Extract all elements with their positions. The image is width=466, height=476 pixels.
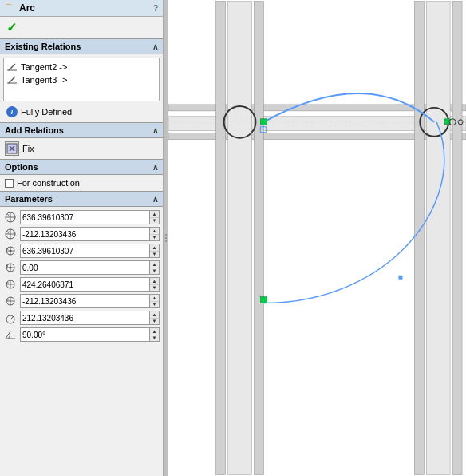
existing-relations-header[interactable]: Existing Relations ∧ [0, 38, 163, 54]
param-cx3-spin-up[interactable]: ▲ [150, 278, 159, 285]
param-row-angle: ▲ ▼ [3, 327, 160, 342]
options-label: Options [5, 162, 38, 172]
svg-text:x: x [7, 212, 10, 217]
parameters-body: x ▲ ▼ y [0, 207, 163, 347]
for-construction-row[interactable]: For construction [5, 178, 158, 188]
param-cx3-spinner[interactable]: ▲ ▼ [150, 277, 160, 292]
add-relations-collapse-icon[interactable]: ∧ [152, 126, 158, 135]
svg-rect-44 [414, 2, 424, 475]
param-angle-spinner[interactable]: ▲ ▼ [150, 327, 160, 342]
svg-rect-41 [216, 2, 226, 475]
svg-rect-46 [452, 2, 462, 475]
param-radius-spin-down[interactable]: ▼ [150, 319, 159, 325]
fix-item[interactable]: Fix [5, 141, 158, 156]
for-construction-checkbox[interactable] [5, 179, 14, 188]
add-relations-label: Add Relations [5, 125, 64, 135]
param-cy-input[interactable] [20, 227, 150, 241]
tangent2-icon [6, 61, 18, 73]
parameters-header[interactable]: Parameters ∧ [0, 191, 163, 207]
param-cx-spin-up[interactable]: ▲ [150, 211, 159, 218]
param-cy-input-wrap: ▲ ▼ [20, 227, 160, 241]
options-collapse-icon[interactable]: ∧ [152, 163, 158, 172]
existing-relations-body: Tangent2 -> Tangent3 -> i Fully Defined [0, 54, 163, 122]
parameters-collapse-icon[interactable]: ∧ [152, 195, 158, 204]
param-cx-icon: x [3, 210, 18, 224]
param-cy2-spin-down[interactable]: ▼ [150, 268, 159, 275]
param-radius-icon [3, 311, 18, 325]
info-icon: i [6, 106, 18, 117]
param-cx2-input[interactable] [20, 244, 150, 258]
param-cy-spinner[interactable]: ▲ ▼ [150, 227, 160, 241]
tangent3-icon [6, 74, 18, 85]
svg-rect-42 [228, 2, 252, 475]
svg-point-24 [10, 267, 12, 269]
param-cx2-input-wrap: ▲ ▼ [20, 244, 160, 258]
param-cy2-icon: y [3, 260, 18, 275]
param-cy-spin-down[interactable]: ▼ [150, 235, 159, 241]
param-cy2-spin-up[interactable]: ▲ [150, 261, 159, 268]
options-body: For construction [0, 175, 163, 191]
param-cx-spin-down[interactable]: ▼ [150, 218, 159, 224]
param-row-radius: ▲ ▼ [3, 311, 160, 325]
param-cy2-input-wrap: ▲ ▼ [20, 260, 160, 275]
existing-relations-collapse-icon[interactable]: ∧ [152, 42, 158, 51]
param-cx-input[interactable] [20, 210, 150, 224]
help-icon[interactable]: ? [153, 3, 158, 13]
param-row-cy2: y ▲ ▼ [3, 260, 160, 275]
param-angle-spin-up[interactable]: ▲ [150, 328, 159, 335]
param-angle-input[interactable] [20, 327, 150, 342]
param-cy3-input-wrap: ▲ ▼ [20, 294, 160, 308]
add-relations-header[interactable]: Add Relations ∧ [0, 122, 163, 138]
svg-rect-43 [254, 2, 263, 475]
fully-defined-text: Fully Defined [21, 107, 72, 117]
param-cy3-spin-up[interactable]: ▲ [150, 295, 159, 302]
param-cx3-spin-down[interactable]: ▼ [150, 285, 159, 292]
param-cy2-input[interactable] [20, 260, 150, 275]
title-bar-left: ⌒ Arc [5, 2, 35, 14]
param-cx-input-wrap: ▲ ▼ [20, 210, 160, 224]
param-cx2-spin-down[interactable]: ▼ [150, 252, 159, 258]
param-cx2-icon: x [3, 244, 18, 258]
param-cx3-input-wrap: ▲ ▼ [20, 277, 160, 292]
svg-point-19 [10, 250, 12, 252]
canvas-area [168, 0, 466, 476]
param-row-cx3: cx ▲ ▼ [3, 277, 160, 292]
param-cy-spin-up[interactable]: ▲ [150, 228, 159, 235]
parameters-label: Parameters [5, 194, 53, 204]
param-radius-spinner[interactable]: ▲ ▼ [150, 311, 160, 325]
fully-defined-row: i Fully Defined [3, 105, 160, 119]
param-cy3-spin-down[interactable]: ▼ [150, 302, 159, 308]
param-cy3-input[interactable] [20, 294, 150, 308]
param-cy2-spinner[interactable]: ▲ ▼ [150, 260, 160, 275]
param-radius-spin-up[interactable]: ▲ [150, 311, 159, 319]
param-cy3-spinner[interactable]: ▲ ▼ [150, 294, 160, 308]
confirm-check-icon[interactable]: ✓ [6, 21, 17, 34]
svg-line-0 [9, 64, 15, 70]
param-cx3-input[interactable] [20, 277, 150, 292]
param-cx2-spinner[interactable]: ▲ ▼ [150, 244, 160, 258]
window-title: Arc [19, 2, 35, 14]
relations-list: Tangent2 -> Tangent3 -> [3, 58, 160, 101]
param-radius-input[interactable] [20, 311, 150, 325]
canvas-svg [168, 0, 466, 476]
param-row-cy3: cy ▲ ▼ [3, 294, 160, 308]
arc-icon: ⌒ [5, 2, 16, 14]
fix-icon [5, 141, 19, 156]
list-item: Tangent2 -> [6, 61, 156, 73]
svg-rect-55 [398, 276, 402, 280]
fix-label: Fix [22, 144, 34, 153]
param-radius-input-wrap: ▲ ▼ [20, 311, 160, 325]
tangent2-label: Tangent2 -> [21, 62, 67, 72]
param-angle-spin-down[interactable]: ▼ [150, 335, 159, 342]
param-cx2-spin-up[interactable]: ▲ [150, 244, 159, 252]
svg-text:y: y [6, 263, 9, 268]
svg-line-2 [9, 77, 15, 83]
svg-text:y: y [7, 229, 10, 234]
param-angle-input-wrap: ▲ ▼ [20, 327, 160, 342]
param-cx-spinner[interactable]: ▲ ▼ [150, 210, 160, 224]
svg-text:cy: cy [6, 297, 9, 301]
param-cx3-icon: cx [3, 277, 18, 292]
options-header[interactable]: Options ∧ [0, 159, 163, 175]
param-row-cy: y ▲ ▼ [3, 227, 160, 241]
left-panel: ⌒ Arc ? ✓ Existing Relations ∧ Tangent2 … [0, 0, 164, 476]
